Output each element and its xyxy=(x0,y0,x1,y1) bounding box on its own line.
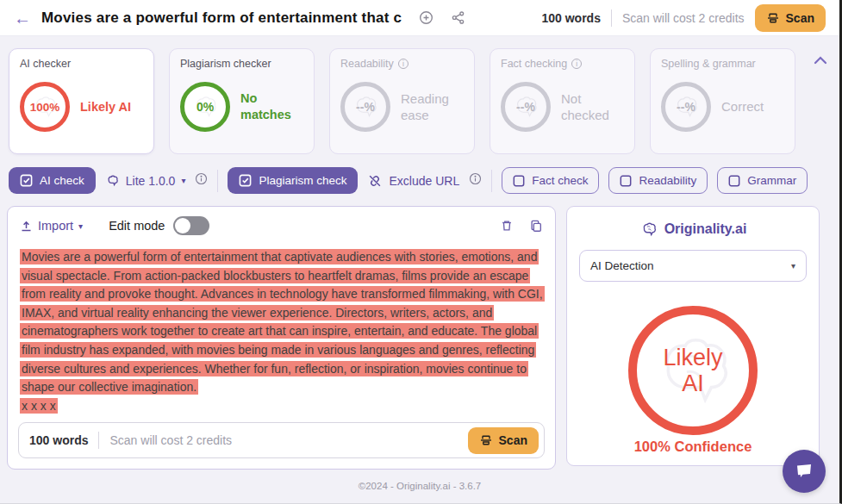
main-content: Import ▾ Edit mode Movies are a powerful… xyxy=(7,206,833,470)
share-icon[interactable] xyxy=(451,10,465,25)
circle-plus-icon[interactable] xyxy=(419,10,433,25)
unchecked-checkbox-icon xyxy=(620,175,632,187)
ai-verdict: Likely AI xyxy=(80,99,131,115)
link-slash-icon xyxy=(367,173,383,189)
card-fact-checking[interactable]: Fact checking i --% Not checked xyxy=(490,48,635,154)
chevron-down-icon: ▾ xyxy=(78,221,83,231)
document-text-area[interactable]: Movies are a powerful form of entertainm… xyxy=(8,245,555,414)
readability-status: Reading ease xyxy=(401,90,464,124)
readability-score-ring: --% xyxy=(340,82,390,132)
copy-icon[interactable] xyxy=(529,219,543,233)
toggle-knob xyxy=(175,218,190,233)
scan-options-toolbar: AI check Lite 1.0.0 ▾ Plagiarism check E… xyxy=(9,167,831,194)
chat-icon xyxy=(794,461,814,482)
verdict-ring: Likely AI xyxy=(628,306,758,435)
model-name: Lite 1.0.0 xyxy=(126,174,176,188)
delete-icon[interactable] xyxy=(500,219,514,233)
info-icon[interactable] xyxy=(195,172,208,189)
back-arrow-icon[interactable]: ← xyxy=(14,9,31,27)
info-icon[interactable]: i xyxy=(571,59,582,69)
info-icon[interactable] xyxy=(469,172,482,189)
scan-button[interactable]: Scan xyxy=(468,427,539,454)
divider xyxy=(491,170,492,192)
scan-icon xyxy=(766,11,780,25)
grammar-button[interactable]: Grammar xyxy=(717,167,808,194)
plagiarism-verdict: No matches xyxy=(240,90,303,123)
info-icon[interactable]: i xyxy=(398,59,409,69)
card-label: Fact checking xyxy=(501,58,567,70)
collapse-chevron-up-icon[interactable] xyxy=(810,50,831,72)
edit-mode-label: Edit mode xyxy=(109,219,165,233)
divider xyxy=(217,170,218,192)
dropdown-value: AI Detection xyxy=(590,259,654,272)
fact-check-score-ring: --% xyxy=(501,82,551,132)
checked-checkbox-icon xyxy=(20,174,33,187)
fact-check-status: Not checked xyxy=(561,90,624,124)
card-ai-checker[interactable]: AI checker 100% Likely AI xyxy=(9,48,154,154)
detection-type-dropdown[interactable]: AI Detection ▾ xyxy=(579,250,807,282)
verdict-text: Likely AI xyxy=(663,345,722,396)
chat-widget-button[interactable] xyxy=(783,450,826,493)
results-cards-row: AI checker 100% Likely AI Plagiarism che… xyxy=(9,48,831,154)
top-header: ← Movies are a powerful form of entertai… xyxy=(0,0,839,36)
ai-check-button[interactable]: AI check xyxy=(9,167,96,194)
grammar-score-ring: --% xyxy=(661,82,711,132)
editor-panel: Import ▾ Edit mode Movies are a powerful… xyxy=(7,206,556,470)
model-selector[interactable]: Lite 1.0.0 ▾ xyxy=(105,173,186,188)
readability-button[interactable]: Readability xyxy=(608,167,708,194)
edit-mode-toggle[interactable] xyxy=(173,216,209,235)
app-footer: ©2024 - Originality.ai - 3.6.7 xyxy=(0,481,839,491)
confidence-label: 100% Confidence xyxy=(634,439,752,455)
scan-icon xyxy=(479,433,493,447)
detection-result-panel: Originality.ai AI Detection ▾ Likely AI … xyxy=(566,206,820,466)
unchecked-checkbox-icon xyxy=(513,175,525,187)
divider xyxy=(611,9,612,27)
grammar-status: Correct xyxy=(721,98,764,115)
scan-button[interactable]: Scan xyxy=(755,4,826,32)
import-button[interactable]: Import ▾ xyxy=(20,219,83,233)
plagiarism-check-button[interactable]: Plagiarism check xyxy=(228,167,358,194)
word-count: 100 words xyxy=(541,11,600,25)
card-readability[interactable]: Readability i --% Reading ease xyxy=(329,48,475,154)
ai-highlighted-text: Movies are a powerful form of entertainm… xyxy=(20,249,545,395)
fact-check-button[interactable]: Fact check xyxy=(502,167,599,194)
ai-highlighted-text: x x x x xyxy=(20,398,58,414)
card-label: Plagiarism checker xyxy=(180,58,303,70)
chevron-down-icon: ▾ xyxy=(181,176,185,185)
card-label: AI checker xyxy=(20,58,143,70)
chevron-down-icon: ▾ xyxy=(791,261,795,271)
card-label: Readability xyxy=(340,58,394,70)
brain-icon xyxy=(639,220,658,239)
brand-name: Originality.ai xyxy=(664,221,747,237)
upload-icon xyxy=(20,220,33,233)
scan-cost-label: Scan will cost 2 credits xyxy=(622,11,745,25)
checked-checkbox-icon xyxy=(239,174,252,187)
word-count: 100 words xyxy=(29,433,88,447)
exclude-url-button[interactable]: Exclude URL xyxy=(367,173,459,189)
unchecked-checkbox-icon xyxy=(728,175,740,187)
brain-icon xyxy=(105,173,120,188)
editor-scan-bar: 100 words Scan will cost 2 credits Scan xyxy=(18,422,545,458)
editor-toolbar: Import ▾ Edit mode xyxy=(8,207,555,245)
document-title: Movies are a powerful form of entertainm… xyxy=(41,9,402,27)
card-label: Spelling & grammar xyxy=(661,58,784,70)
scan-cost-label: Scan will cost 2 credits xyxy=(109,433,232,447)
plagiarism-score-ring: 0% xyxy=(180,82,230,132)
ai-score-ring: 100% xyxy=(20,82,70,132)
divider xyxy=(98,432,99,449)
originality-logo: Originality.ai xyxy=(639,220,747,239)
card-spelling-grammar[interactable]: Spelling & grammar --% Correct xyxy=(650,48,795,154)
card-plagiarism-checker[interactable]: Plagiarism checker 0% No matches xyxy=(169,48,315,154)
